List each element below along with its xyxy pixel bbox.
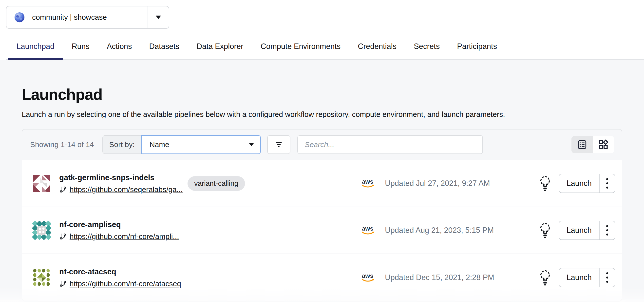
filter-button[interactable] <box>267 135 290 154</box>
kebab-dot <box>606 187 608 189</box>
kebab-dot <box>606 234 608 236</box>
tab-launchpad[interactable]: Launchpad <box>8 42 63 59</box>
row-menu-kebab-button[interactable] <box>599 221 615 239</box>
git-branch-icon <box>59 280 66 287</box>
svg-text:aws: aws <box>362 225 374 232</box>
row-menu-kebab-button[interactable] <box>599 268 615 287</box>
pipeline-provider: aws <box>360 178 385 189</box>
git-branch-icon <box>59 186 66 193</box>
pipeline-provider: aws <box>360 225 385 236</box>
workspace-selector[interactable]: community | showcase <box>6 6 169 29</box>
pipeline-avatar-ampliseq <box>32 221 51 240</box>
lightbulb-icon <box>539 175 551 192</box>
row-menu-kebab-button[interactable] <box>599 174 615 193</box>
svg-text:aws: aws <box>362 178 374 185</box>
pipeline-tags: variant-calling <box>188 176 360 191</box>
pipeline-repo-link[interactable]: https://github.com/nf-core/atacseq <box>70 279 181 288</box>
pipeline-row[interactable]: nf-core-atacseq https://github.com/nf-co… <box>22 254 622 301</box>
top-bar: community | showcase Launchpad Runs Acti… <box>0 0 644 60</box>
launchpad-page: community | showcase Launchpad Runs Acti… <box>0 0 644 302</box>
aws-logo-icon: aws <box>360 272 385 283</box>
pipeline-name: nf-core-atacseq <box>59 267 188 276</box>
pipeline-repo: https://github.com/nf-core/ampli... <box>59 232 188 241</box>
list-view-icon <box>577 139 587 150</box>
pipeline-info: nf-core-ampliseq https://github.com/nf-c… <box>59 220 188 241</box>
pipeline-bulb <box>532 269 559 286</box>
tab-secrets[interactable]: Secrets <box>405 42 448 59</box>
launch-split-button: Launch <box>559 174 616 193</box>
pipelines-card: Showing 1-14 of 14 Sort by: Name <box>22 129 622 301</box>
pipeline-bulb <box>532 222 559 239</box>
pipeline-avatar-atacseq <box>32 268 51 287</box>
pipeline-info: gatk-germline-snps-indels https://github… <box>59 173 188 194</box>
filter-icon <box>274 140 284 149</box>
pipeline-repo-link[interactable]: https://github.com/seqeralabs/ga... <box>70 185 183 194</box>
launch-button[interactable]: Launch <box>559 268 599 287</box>
launch-split-button: Launch <box>559 221 616 240</box>
kebab-dot <box>606 229 608 231</box>
page-description: Launch a run by selecting one of the ava… <box>22 110 622 119</box>
launch-split-button: Launch <box>559 268 616 287</box>
caret-down-icon <box>156 16 161 19</box>
sort-selected-value: Name <box>150 140 169 149</box>
pipeline-avatar-gatk <box>32 174 51 193</box>
caret-down-icon <box>249 143 254 146</box>
pipeline-updated: Updated Jul 27, 2021, 9:27 AM <box>385 179 532 188</box>
aws-logo-icon: aws <box>360 178 385 189</box>
search-input[interactable] <box>297 135 483 154</box>
launch-button[interactable]: Launch <box>559 174 599 193</box>
pipeline-info: nf-core-atacseq https://github.com/nf-co… <box>59 267 188 288</box>
tab-datasets[interactable]: Datasets <box>140 42 188 59</box>
kebab-dot <box>606 182 608 184</box>
pipeline-bulb <box>532 175 559 192</box>
lightbulb-icon <box>539 269 551 286</box>
kebab-dot <box>606 281 608 283</box>
workspace-globe-icon <box>14 12 25 23</box>
tab-credentials[interactable]: Credentials <box>349 42 405 59</box>
tab-runs[interactable]: Runs <box>63 42 98 59</box>
tab-data-explorer[interactable]: Data Explorer <box>188 42 252 59</box>
pipeline-provider: aws <box>360 272 385 283</box>
pipeline-repo: https://github.com/nf-core/atacseq <box>59 279 188 288</box>
pipeline-row[interactable]: gatk-germline-snps-indels https://github… <box>22 160 622 207</box>
pipeline-repo-link[interactable]: https://github.com/nf-core/ampli... <box>70 232 179 241</box>
results-count: Showing 1-14 of 14 <box>30 140 94 149</box>
launch-button[interactable]: Launch <box>559 221 599 239</box>
sort-select[interactable]: Name <box>141 135 261 154</box>
sort-by-label: Sort by: <box>102 135 141 154</box>
git-branch-icon <box>59 233 66 240</box>
page-title: Launchpad <box>22 60 622 103</box>
svg-text:aws: aws <box>362 272 374 279</box>
pipeline-tag: variant-calling <box>188 176 245 191</box>
pipeline-row[interactable]: nf-core-ampliseq https://github.com/nf-c… <box>22 207 622 254</box>
pipeline-repo: https://github.com/seqeralabs/ga... <box>59 185 188 194</box>
pipeline-updated: Updated Dec 15, 2021, 2:28 PM <box>385 273 532 282</box>
kebab-dot <box>606 178 608 180</box>
workspace-selector-main[interactable]: community | showcase <box>6 7 148 28</box>
kebab-dot <box>606 225 608 227</box>
workspace-name: community | showcase <box>32 13 107 22</box>
pipeline-name: gatk-germline-snps-indels <box>59 173 188 182</box>
content-area: Launchpad Launch a run by selecting one … <box>0 60 644 299</box>
pipeline-name: nf-core-ampliseq <box>59 220 188 229</box>
aws-logo-icon: aws <box>360 225 385 236</box>
tab-participants[interactable]: Participants <box>448 42 506 59</box>
workspace-nav-tabs: Launchpad Runs Actions Datasets Data Exp… <box>6 42 644 60</box>
tab-actions[interactable]: Actions <box>98 42 141 59</box>
pipelines-toolbar: Showing 1-14 of 14 Sort by: Name <box>22 129 622 160</box>
pipeline-updated: Updated Aug 21, 2023, 5:15 PM <box>385 226 532 235</box>
workspace-dropdown-button[interactable] <box>148 7 169 28</box>
grid-view-icon <box>598 139 609 150</box>
grid-view-button[interactable] <box>593 136 614 153</box>
kebab-dot <box>606 276 608 278</box>
view-toggle <box>572 136 614 153</box>
kebab-dot <box>606 272 608 274</box>
tab-compute-environments[interactable]: Compute Environments <box>252 42 349 59</box>
list-view-button[interactable] <box>572 136 593 153</box>
lightbulb-icon <box>539 222 551 239</box>
sort-control: Sort by: Name <box>102 135 261 154</box>
